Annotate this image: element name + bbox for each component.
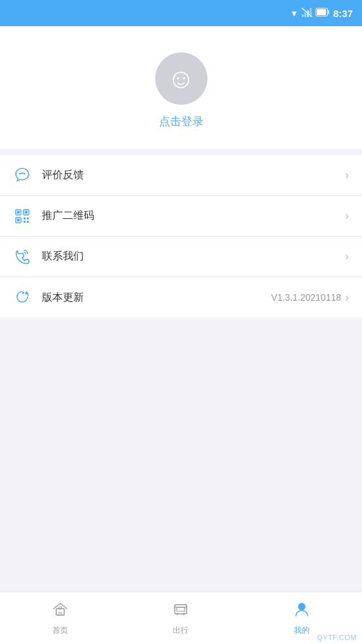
svg-rect-19 <box>27 221 29 223</box>
contact-label: 联系我们 <box>42 250 345 263</box>
watermark: QYTF.COM <box>317 634 357 641</box>
svg-rect-13 <box>25 211 27 214</box>
svg-point-27 <box>183 613 185 615</box>
svg-point-9 <box>24 173 26 174</box>
qrcode-arrow: › <box>345 209 349 223</box>
home-icon <box>52 601 69 622</box>
svg-rect-7 <box>328 10 329 14</box>
svg-point-8 <box>20 173 21 174</box>
update-label: 版本更新 <box>42 291 271 305</box>
nav-label-travel: 出行 <box>173 625 189 636</box>
svg-point-30 <box>299 603 305 610</box>
svg-rect-21 <box>58 612 62 615</box>
menu-item-contact[interactable]: 联系我们 › <box>0 237 362 277</box>
svg-rect-1 <box>304 12 306 17</box>
svg-rect-17 <box>27 218 29 219</box>
profile-section[interactable]: ☺ 点击登录 <box>0 26 362 149</box>
nav-label-profile: 我的 <box>294 625 310 636</box>
svg-point-22 <box>59 607 62 609</box>
menu-item-update[interactable]: 版本更新 V1.3.1.20210118 › <box>0 277 362 318</box>
qrcode-icon <box>13 207 31 225</box>
update-version: V1.3.1.20210118 <box>271 292 341 303</box>
contact-icon <box>13 248 31 266</box>
battery-icon <box>316 8 330 18</box>
svg-rect-24 <box>177 607 185 611</box>
feedback-label: 评价反馈 <box>42 168 345 182</box>
profile-nav-icon <box>293 601 310 622</box>
signal-icon <box>302 8 312 19</box>
feedback-icon <box>13 166 31 185</box>
svg-rect-15 <box>17 219 20 221</box>
menu-item-feedback[interactable]: 评价反馈 › <box>0 155 362 196</box>
login-button[interactable]: 点击登录 <box>159 114 204 129</box>
update-icon <box>13 288 31 307</box>
svg-point-26 <box>177 613 179 615</box>
feedback-arrow: › <box>345 168 349 182</box>
status-icons: ▼ 8:37 <box>290 8 353 19</box>
section-divider <box>0 149 362 155</box>
travel-icon <box>172 601 189 622</box>
update-arrow: › <box>345 291 349 305</box>
menu-list: 评价反馈 › 推广二维码 › <box>0 155 362 318</box>
svg-rect-6 <box>317 9 326 15</box>
avatar[interactable]: ☺ <box>155 52 208 105</box>
nav-item-home[interactable]: 首页 <box>0 592 120 644</box>
svg-rect-16 <box>24 218 26 219</box>
nav-label-home: 首页 <box>52 625 68 636</box>
time-display: 8:37 <box>333 8 353 19</box>
status-bar: ▼ 8:37 <box>0 0 362 26</box>
menu-item-qrcode[interactable]: 推广二维码 › <box>0 196 362 237</box>
wifi-icon: ▼ <box>290 9 299 18</box>
bottom-nav: 首页 出行 我的 <box>0 592 362 644</box>
qrcode-label: 推广二维码 <box>42 209 345 223</box>
svg-rect-18 <box>24 221 26 223</box>
svg-rect-11 <box>17 211 20 214</box>
svg-rect-0 <box>302 14 304 17</box>
avatar-icon: ☺ <box>167 63 195 94</box>
nav-item-travel[interactable]: 出行 <box>120 592 241 644</box>
contact-arrow: › <box>345 250 349 263</box>
